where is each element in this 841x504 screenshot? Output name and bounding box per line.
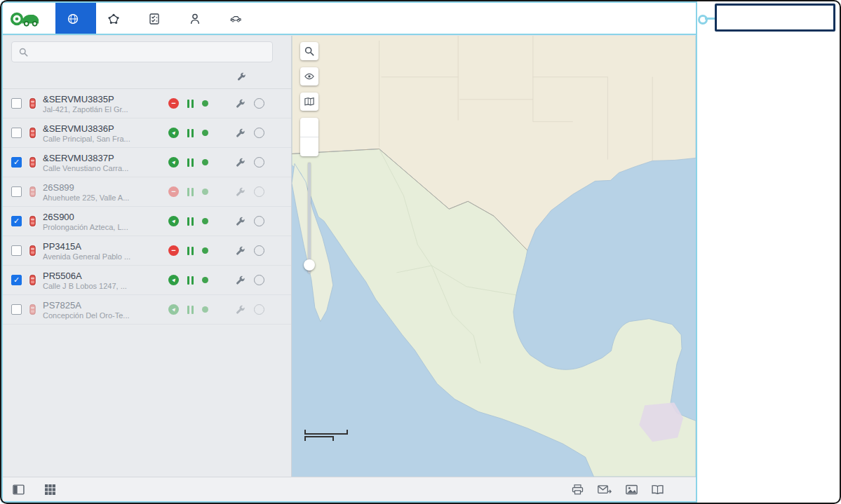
expand-icon[interactable] [254,245,264,256]
tab-seguimiento[interactable] [55,3,96,35]
wrench-icon[interactable] [236,99,245,109]
motion-glyph: ▲ [170,158,177,166]
unit-text: PR5506A Calle J B Lobos 1247, ... [43,271,134,290]
media-icon[interactable] [626,484,638,495]
sidebar: &SERVMU3835P Jal-421, Zapotlán El Gr... … [3,35,292,477]
unit-row-actions: ▲ [149,304,287,315]
tab-geocercas[interactable] [96,3,137,35]
tab-unidades[interactable] [218,3,259,35]
expand-icon[interactable] [254,216,264,226]
unit-text: 26S899 Ahuehuete 225, Valle A... [43,182,134,202]
unit-checkbox[interactable] [11,186,22,197]
expand-icon[interactable] [254,304,264,315]
statusbar-right [572,484,686,495]
unit-name: &SERVMU3836P [43,123,134,134]
unit-name: PR5506A [43,271,134,281]
unit-checkbox[interactable]: ✓ [11,216,22,226]
data-flow-icon [187,100,194,108]
wrench-icon[interactable] [236,187,245,197]
connection-dot-icon [202,100,208,107]
unit-row-actions: − [149,98,287,109]
unit-row[interactable]: PS7825A Concepción Del Oro-Te... ▲ [3,295,291,325]
map-search-button[interactable] [300,42,318,60]
wrench-icon[interactable] [236,158,245,168]
unit-icon [29,186,36,198]
data-flow-icon [187,276,194,285]
unit-text: PP3415A Avenida General Pablo ... [43,241,134,261]
unit-row[interactable]: PP3415A Avenida General Pablo ... − [3,236,291,266]
unit-checkbox[interactable] [11,98,22,109]
unit-row[interactable]: ✓ &SERVMU3837P Calle Venustiano Carra...… [3,148,291,177]
messages-icon[interactable] [598,484,612,495]
zoom-slider-track[interactable] [308,163,311,273]
unit-icon [29,245,36,257]
unit-row-actions: − [149,186,287,197]
unit-row[interactable]: ✓ 26S900 Prolongación Azteca, L... ▲ [3,207,291,236]
map[interactable] [292,35,696,477]
tab-tareas[interactable] [137,3,177,35]
expand-icon[interactable] [254,186,264,197]
unit-checkbox[interactable]: ✓ [11,275,22,285]
map-scale [304,429,348,442]
zoom-out-button[interactable] [300,137,318,156]
top-toolbar [3,3,696,36]
data-flow-icon [187,188,194,196]
motion-glyph: ▲ [170,217,177,225]
unit-address: Prolongación Azteca, L... [43,223,134,231]
motion-glyph: ▲ [170,129,177,137]
toggle-panel-icon[interactable] [13,484,25,495]
unit-icon [29,274,36,286]
data-flow-icon [187,306,194,314]
unit-checkbox[interactable] [11,128,22,138]
expand-icon[interactable] [254,128,264,138]
unit-text: &SERVMU3837P Calle Venustiano Carra... [43,153,134,172]
unit-row[interactable]: 26S899 Ahuehuete 225, Valle A... − [3,177,291,207]
car-icon [230,13,241,25]
unit-text: &SERVMU3836P Calle Principal, San Fra... [43,123,134,143]
wrench-icon[interactable] [236,305,245,315]
apps-grid-icon[interactable] [44,484,56,495]
unit-checkbox[interactable]: ✓ [11,157,22,168]
unit-address: Jal-421, Zapotlán El Gr... [43,105,134,114]
connection-dot-icon [202,306,208,313]
properties-wrench-icon[interactable] [237,72,246,81]
user-icon [189,13,201,25]
zoom-in-button[interactable] [300,118,318,137]
expand-icon[interactable] [254,98,264,109]
connection-dot-icon [202,247,208,254]
reports-book-icon[interactable] [652,484,664,495]
expand-icon[interactable] [254,275,264,285]
unit-checkbox[interactable] [11,304,22,315]
motion-status-icon: ▲ [168,304,179,315]
wrench-icon[interactable] [236,246,245,256]
unit-address: Calle Venustiano Carra... [43,164,134,172]
unit-row[interactable]: &SERVMU3836P Calle Principal, San Fra...… [3,118,291,148]
search-icon [304,46,314,56]
unit-row[interactable]: &SERVMU3835P Jal-421, Zapotlán El Gr... … [3,89,291,118]
unit-address: Concepción Del Oro-Te... [43,311,134,320]
zoom-slider-handle[interactable] [304,259,315,271]
unit-checkbox[interactable] [11,245,22,256]
motion-glyph: ▲ [170,276,177,284]
annotation-connector-dot [698,15,708,25]
leasecontrol-logo-icon [10,8,39,29]
wrench-icon[interactable] [236,275,245,285]
search-input[interactable] [34,46,265,58]
unit-icon [29,127,36,139]
unit-row[interactable]: ✓ PR5506A Calle J B Lobos 1247, ... ▲ [3,266,291,295]
print-icon[interactable] [572,484,584,495]
expand-icon[interactable] [254,157,264,168]
data-flow-icon [187,129,194,137]
scale-mi-bar [304,436,334,441]
tab-usuarios[interactable] [177,3,218,35]
map-visibility-button[interactable] [300,67,318,86]
map-layers-button[interactable] [300,93,318,111]
wrench-icon[interactable] [236,128,245,138]
unit-name: 26S900 [43,212,134,222]
search-icon [19,48,28,57]
unit-toolbar [3,67,291,89]
unit-address: Ahuehuete 225, Valle A... [43,193,134,202]
status-bar [3,477,696,501]
wrench-icon[interactable] [236,217,245,226]
map-markers [292,35,696,477]
